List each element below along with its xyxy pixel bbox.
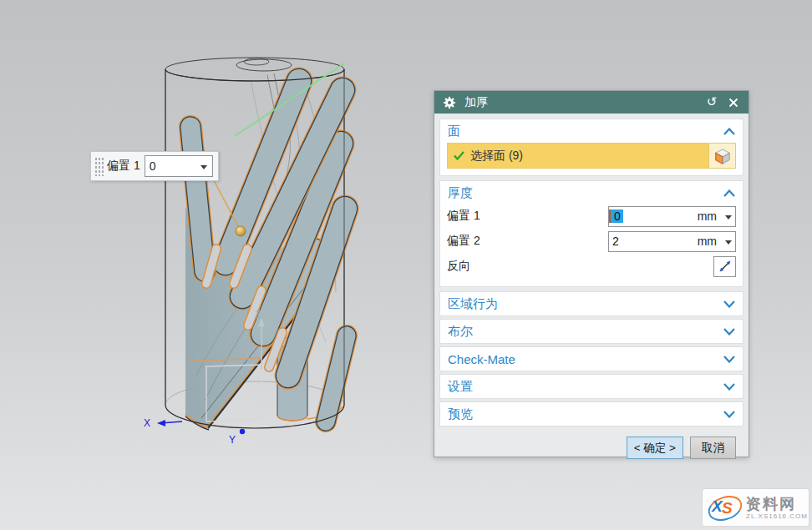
chevron-down-icon: [723, 411, 735, 418]
dialog-title: 加厚: [464, 95, 704, 110]
dialog-footer: < 确定 > 取消: [434, 429, 749, 470]
viewport-3d[interactable]: Z X Y: [125, 42, 376, 459]
offset1-unit: mm: [698, 209, 717, 223]
chevron-up-icon: [723, 128, 735, 135]
chevron-down-icon: [723, 356, 735, 363]
reverse-direction-button[interactable]: [713, 256, 736, 277]
floating-offset-value: 0: [145, 159, 200, 173]
section-face-title: 面: [448, 124, 723, 139]
section-thickness: 厚度 偏置 1 0 mm 偏置 2: [439, 180, 743, 287]
cube-icon: [713, 147, 732, 165]
section-thickness-title: 厚度: [448, 185, 723, 201]
floating-offset-field[interactable]: 0: [145, 155, 213, 177]
model-surface[interactable]: [185, 81, 347, 430]
face-rule-button[interactable]: [708, 143, 736, 169]
offset1-field[interactable]: 0 mm: [608, 206, 736, 227]
section-preview-title: 预览: [448, 406, 723, 422]
watermark-site-name: 资料网: [746, 496, 796, 512]
section-face: 面 选择面 (9): [439, 119, 743, 176]
watermark: X S 资料网 ZL.XS1616.COM: [703, 489, 809, 526]
select-face-label: 选择面 (9): [470, 149, 523, 164]
section-region-behavior[interactable]: 区域行为: [439, 291, 743, 316]
chevron-up-icon: [723, 189, 735, 197]
dropdown-caret-icon[interactable]: [200, 165, 207, 173]
unit-dropdown-caret-icon[interactable]: [725, 240, 732, 248]
reset-icon[interactable]: ↺: [704, 95, 719, 110]
chevron-down-icon: [723, 328, 735, 336]
offset2-value: 2: [609, 235, 619, 248]
section-checkmate[interactable]: Check-Mate: [439, 346, 743, 371]
drag-grip-icon[interactable]: [94, 156, 104, 176]
offset2-field[interactable]: 2 mm: [608, 231, 736, 252]
ok-button[interactable]: < 确定 >: [627, 437, 683, 459]
select-face-row[interactable]: 选择面 (9): [447, 143, 708, 169]
offset2-label: 偏置 2: [447, 234, 608, 249]
section-thickness-header[interactable]: 厚度: [440, 181, 743, 204]
section-boolean-title: 布尔: [448, 324, 723, 340]
cancel-button[interactable]: 取消: [690, 437, 736, 459]
gear-icon: [442, 95, 457, 110]
floating-offset-input[interactable]: 偏置 1 0: [90, 151, 219, 181]
watermark-site-url: ZL.XS1616.COM: [746, 512, 808, 520]
unit-dropdown-caret-icon[interactable]: [725, 215, 732, 223]
reverse-label: 反向: [447, 259, 713, 274]
section-boolean[interactable]: 布尔: [439, 319, 743, 344]
close-icon[interactable]: [726, 95, 741, 110]
axis-z-label: Z: [255, 309, 261, 321]
dialog-body: 面 选择面 (9): [434, 114, 749, 429]
section-checkmate-title: Check-Mate: [448, 352, 723, 366]
offset2-row: 偏置 2 2 mm: [447, 230, 736, 252]
section-settings-title: 设置: [448, 379, 723, 395]
check-icon: [454, 151, 464, 160]
section-face-header[interactable]: 面: [440, 119, 743, 143]
offset1-value: 0: [609, 209, 623, 223]
axis-x-label: X: [144, 417, 150, 429]
thicken-dialog: 加厚 ↺ 面: [434, 90, 749, 457]
watermark-logo-icon: X S: [706, 493, 744, 522]
offset2-unit: mm: [698, 235, 717, 248]
section-region-behavior-title: 区域行为: [448, 296, 723, 312]
reverse-direction-icon: [718, 259, 733, 274]
chevron-down-icon: [723, 300, 735, 308]
reverse-row: 反向: [447, 255, 736, 277]
section-settings[interactable]: 设置: [439, 374, 743, 399]
offset1-label: 偏置 1: [447, 209, 608, 224]
chevron-down-icon: [723, 383, 735, 391]
floating-offset-label: 偏置 1: [107, 159, 140, 174]
section-preview[interactable]: 预览: [439, 401, 743, 427]
offset1-row: 偏置 1 0 mm: [447, 205, 736, 227]
dialog-titlebar[interactable]: 加厚 ↺: [434, 91, 749, 114]
axis-y-label: Y: [229, 434, 236, 446]
